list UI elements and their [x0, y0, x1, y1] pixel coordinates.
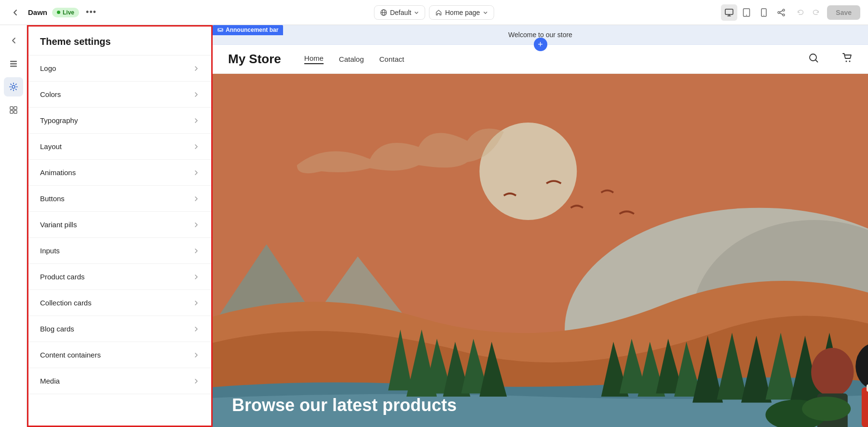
hero-illustration: [213, 74, 868, 427]
chevron-right-icon: [193, 117, 200, 124]
settings-item-variant-pills[interactable]: Variant pills: [28, 212, 211, 238]
chevron-down-icon: [414, 10, 419, 15]
more-options-button[interactable]: •••: [84, 5, 98, 20]
settings-item-content-containers[interactable]: Content containers: [28, 342, 211, 368]
chevron-right-icon: [193, 274, 200, 280]
topbar-center: Default Home page: [374, 5, 494, 20]
chevron-right-icon: [193, 352, 200, 358]
svg-point-6: [763, 14, 764, 15]
sidebar-blocks-button[interactable]: [4, 100, 23, 120]
svg-point-21: [849, 61, 851, 62]
chevron-right-icon: [193, 300, 200, 306]
announcement-icon: [217, 27, 223, 33]
svg-rect-10: [10, 61, 17, 62]
svg-rect-16: [10, 110, 13, 113]
sidebar-back-button[interactable]: [4, 31, 23, 50]
main-layout: Theme settings Logo Colors Typography La…: [0, 25, 868, 427]
settings-item-colors[interactable]: Colors: [28, 82, 211, 108]
svg-rect-15: [14, 107, 17, 110]
sidebar-sections-button[interactable]: [4, 54, 23, 73]
settings-item-buttons[interactable]: Buttons: [28, 186, 211, 212]
view-buttons: [721, 4, 789, 21]
settings-item-inputs[interactable]: Inputs: [28, 238, 211, 264]
announcement-bar: Welcome to our store +: [213, 25, 868, 45]
svg-point-8: [778, 12, 780, 14]
chevron-right-icon: [193, 65, 200, 72]
svg-point-4: [746, 14, 747, 15]
share-view-button[interactable]: [773, 4, 789, 21]
settings-item-layout[interactable]: Layout: [28, 134, 211, 160]
svg-rect-2: [725, 9, 733, 14]
svg-point-20: [846, 61, 847, 62]
store-preview: Announcement bar Welcome to our store + …: [213, 25, 868, 427]
redo-button[interactable]: [809, 5, 823, 20]
nav-link-contact[interactable]: Contact: [380, 55, 405, 63]
home-icon: [435, 9, 442, 16]
chevron-right-icon: [193, 221, 200, 228]
back-button[interactable]: [8, 5, 23, 20]
settings-item-product-cards[interactable]: Product cards: [28, 264, 211, 290]
svg-rect-14: [10, 107, 13, 110]
icon-sidebar: [0, 25, 27, 427]
save-button[interactable]: Save: [827, 5, 860, 20]
chevron-right-icon: [193, 143, 200, 150]
settings-item-blog-cards[interactable]: Blog cards: [28, 316, 211, 342]
svg-point-9: [783, 14, 785, 16]
svg-rect-17: [14, 110, 17, 113]
app-name: Dawn: [28, 8, 47, 16]
cart-icon[interactable]: [842, 53, 853, 66]
chevron-right-icon: [193, 195, 200, 202]
settings-item-animations[interactable]: Animations: [28, 160, 211, 186]
settings-item-logo[interactable]: Logo: [28, 55, 211, 82]
preview-area: Announcement bar Welcome to our store + …: [213, 25, 868, 427]
chevron-right-icon: [193, 378, 200, 385]
settings-item-typography[interactable]: Typography: [28, 108, 211, 134]
settings-panel: Theme settings Logo Colors Typography La…: [27, 25, 213, 427]
globe-icon: [380, 9, 387, 16]
add-section-button[interactable]: +: [534, 38, 547, 51]
topbar: Dawn Live ••• Default Home page: [0, 0, 868, 25]
undo-redo-buttons: [793, 5, 823, 20]
sidebar-settings-button[interactable]: [4, 77, 23, 96]
svg-rect-12: [10, 66, 17, 67]
chevron-down-icon: [483, 10, 488, 15]
live-badge: Live: [52, 8, 79, 17]
topbar-right: Save: [721, 4, 860, 21]
settings-header: Theme settings: [28, 27, 211, 55]
undo-button[interactable]: [793, 5, 808, 20]
default-dropdown[interactable]: Default: [374, 5, 425, 20]
store-logo: My Store: [228, 52, 281, 67]
search-icon[interactable]: [808, 53, 819, 66]
homepage-dropdown[interactable]: Home page: [429, 5, 494, 20]
topbar-left: Dawn Live •••: [8, 5, 715, 20]
live-dot: [57, 11, 60, 14]
chevron-right-icon: [193, 326, 200, 332]
settings-item-collection-cards[interactable]: Collection cards: [28, 290, 211, 316]
chevron-right-icon: [193, 248, 200, 254]
settings-item-media[interactable]: Media: [28, 368, 211, 394]
nav-link-catalog[interactable]: Catalog: [339, 55, 364, 63]
nav-link-home[interactable]: Home: [304, 54, 324, 64]
svg-point-7: [783, 9, 785, 11]
svg-rect-11: [10, 63, 17, 65]
announcement-bar-label[interactable]: Announcement bar: [213, 25, 283, 35]
settings-list: Logo Colors Typography Layout Animations: [28, 55, 211, 426]
hero-text-overlay: Browse our latest products: [213, 384, 868, 427]
hero-scene: Browse our latest products: [213, 74, 868, 427]
tablet-view-button[interactable]: [738, 4, 755, 21]
chevron-right-icon: [193, 169, 200, 176]
svg-point-13: [12, 85, 15, 88]
chevron-right-icon: [193, 91, 200, 98]
announcement-bar-wrapper: Announcement bar Welcome to our store +: [213, 25, 868, 45]
desktop-view-button[interactable]: [721, 4, 737, 21]
settings-title: Theme settings: [40, 36, 200, 47]
mobile-view-button[interactable]: [756, 4, 772, 21]
